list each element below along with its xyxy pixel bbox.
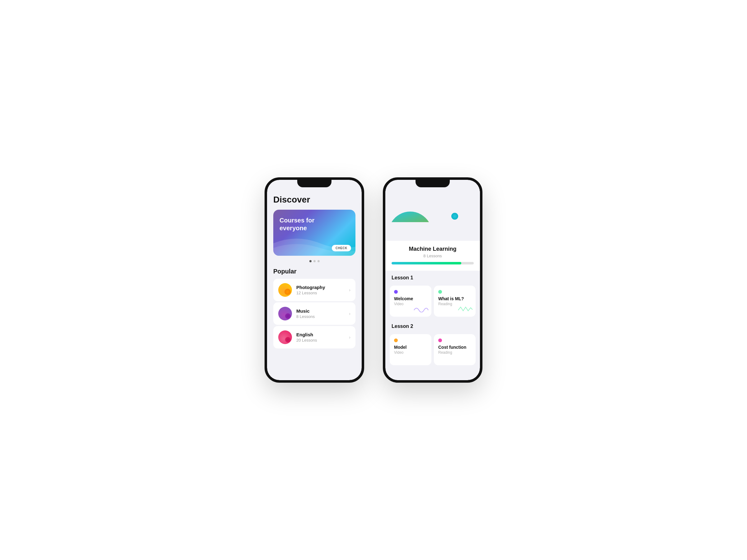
lesson-card-model[interactable]: Model Video xyxy=(390,334,431,365)
progress-bar xyxy=(391,262,474,264)
photography-icon xyxy=(278,283,292,297)
wave-decoration xyxy=(458,304,473,314)
wave-decoration xyxy=(413,304,429,314)
promo-banner: Courses for everyone CHECK xyxy=(273,210,356,256)
check-button[interactable]: CHECK xyxy=(332,245,351,251)
lesson-card-welcome[interactable]: Welcome Video xyxy=(390,286,431,317)
lesson-type: Video xyxy=(394,350,427,355)
music-icon xyxy=(278,307,292,320)
course-name: Music xyxy=(296,308,344,314)
chevron-icon: › xyxy=(349,288,351,292)
banner-text: Courses for everyone xyxy=(280,216,314,232)
course-header: Machine Learning 8 Lessons xyxy=(385,191,480,271)
scene: Discover Courses for everyone CHECK xyxy=(246,159,501,401)
lesson-name: Model xyxy=(394,345,427,350)
phone-course-detail: Machine Learning 8 Lessons Lesson 1 Welc… xyxy=(383,177,483,383)
detail-screen: Machine Learning 8 Lessons Lesson 1 Welc… xyxy=(385,191,480,368)
lesson-dot xyxy=(438,339,442,342)
progress-fill xyxy=(391,262,461,264)
course-title-section: Machine Learning 8 Lessons xyxy=(385,241,480,258)
dot-3[interactable] xyxy=(317,260,320,262)
lesson-dot xyxy=(394,290,398,294)
course-banner-area xyxy=(385,191,480,241)
lesson-1-grid: Welcome Video What is ML? Reading xyxy=(385,283,480,319)
lesson-name: Cost function xyxy=(438,345,471,350)
lesson-card-what-is-ml[interactable]: What is ML? Reading xyxy=(434,286,475,317)
notch xyxy=(415,180,450,187)
course-list: Photography 12 Lessons › Music 8 Lessons xyxy=(273,279,356,348)
lesson-dot xyxy=(394,339,398,342)
carousel-dots xyxy=(273,260,356,262)
course-item-english[interactable]: English 20 Lessons › xyxy=(273,326,356,348)
lesson-name: What is ML? xyxy=(438,296,471,301)
dot-2[interactable] xyxy=(313,260,316,262)
english-icon xyxy=(278,330,292,344)
lesson-type: Reading xyxy=(438,350,471,355)
course-lessons: 12 Lessons xyxy=(296,291,344,295)
course-name: English xyxy=(296,332,344,337)
lesson-2-header: Lesson 2 xyxy=(385,319,480,331)
lesson-card-cost-function[interactable]: Cost function Reading xyxy=(434,334,475,365)
course-lessons: 20 Lessons xyxy=(296,338,344,343)
course-item-photography[interactable]: Photography 12 Lessons › xyxy=(273,279,356,301)
course-name: Photography xyxy=(296,285,344,290)
lesson-2-grid: Model Video Cost function Reading xyxy=(385,331,480,368)
chevron-icon: › xyxy=(349,335,351,340)
discover-title: Discover xyxy=(273,195,356,205)
course-lessons: 8 Lessons xyxy=(296,314,344,319)
notch xyxy=(297,180,332,187)
course-lesson-count: 8 Lessons xyxy=(391,254,474,258)
dot-1[interactable] xyxy=(309,260,312,262)
course-main-title: Machine Learning xyxy=(391,246,474,252)
course-item-music[interactable]: Music 8 Lessons › xyxy=(273,302,356,325)
ml-dot-decoration xyxy=(451,213,458,220)
chevron-icon: › xyxy=(349,311,351,316)
popular-title: Popular xyxy=(273,268,356,275)
discover-screen: Discover Courses for everyone CHECK xyxy=(267,191,362,355)
lesson-dot xyxy=(438,290,442,294)
phone-discover: Discover Courses for everyone CHECK xyxy=(264,177,364,383)
lesson-name: Welcome xyxy=(394,296,427,301)
lesson-1-header: Lesson 1 xyxy=(385,271,480,283)
